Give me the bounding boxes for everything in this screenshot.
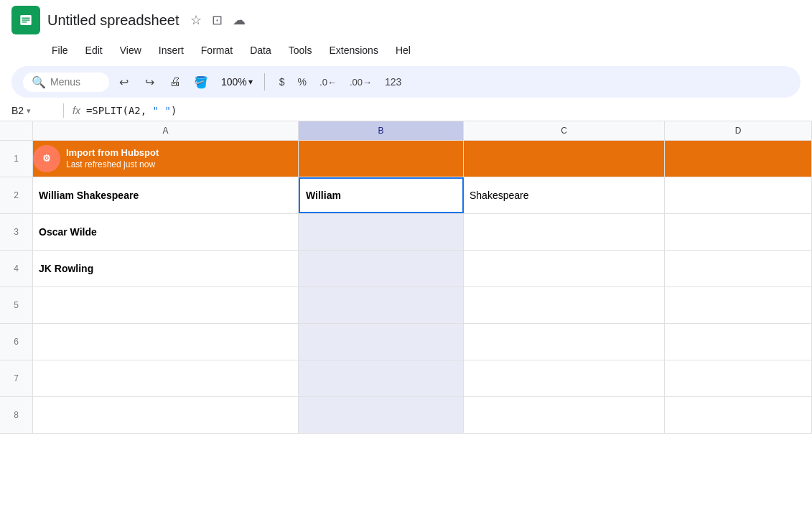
- row1-cell-a[interactable]: ⚙ Import from Hubspot Last refreshed jus…: [33, 141, 299, 177]
- row-num-3: 3: [0, 214, 33, 250]
- menu-tools[interactable]: Tools: [281, 42, 319, 59]
- title-bar: Untitled spreadsheet ☆ ⊡ ☁: [0, 0, 812, 40]
- formula-text: =SPLIT(A2, " "): [86, 105, 177, 116]
- row1-cell-c[interactable]: [464, 141, 665, 177]
- menu-edit[interactable]: Edit: [78, 42, 110, 59]
- cell-ref-value: B2: [11, 105, 24, 116]
- table-row: 4 JK Rowling: [0, 251, 812, 287]
- row2-cell-a[interactable]: William Shakespeare: [33, 177, 299, 213]
- star-icon[interactable]: ☆: [190, 12, 202, 28]
- row2-cell-d[interactable]: [665, 177, 812, 213]
- currency-format-button[interactable]: $: [274, 73, 291, 90]
- row4-cell-a[interactable]: JK Rowling: [33, 251, 299, 286]
- undo-button[interactable]: ↩: [112, 70, 135, 93]
- formula-input[interactable]: =SPLIT(A2, " "): [86, 104, 801, 117]
- row-num-1: 1: [0, 141, 33, 177]
- col-header-a[interactable]: A: [33, 121, 299, 140]
- row6-cell-b[interactable]: [299, 324, 464, 360]
- row-num-6: 6: [0, 324, 33, 360]
- toolbar-separator-1: [264, 73, 265, 90]
- row-num-7: 7: [0, 360, 33, 396]
- row7-cell-d[interactable]: [665, 360, 812, 396]
- app-logo: [11, 6, 40, 34]
- format-123-button[interactable]: 123: [379, 73, 407, 90]
- zoom-control[interactable]: 100% ▾: [215, 73, 258, 90]
- row5-cell-c[interactable]: [464, 287, 665, 323]
- spreadsheet-title: Untitled spreadsheet: [47, 12, 179, 29]
- table-row: 1 ⚙ Import from Hubspot Last refreshed j…: [0, 141, 812, 177]
- row6-cell-c[interactable]: [464, 324, 665, 360]
- menu-data[interactable]: Data: [243, 42, 279, 59]
- row7-cell-b[interactable]: [299, 360, 464, 396]
- col-header-b[interactable]: B: [299, 121, 464, 140]
- row3-cell-a[interactable]: Oscar Wilde: [33, 214, 299, 250]
- title-action-icons: ☆ ⊡ ☁: [190, 12, 246, 28]
- table-row: 5: [0, 287, 812, 324]
- table-row: 7: [0, 360, 812, 397]
- row2-cell-b[interactable]: William: [299, 177, 464, 213]
- format-buttons: $ % .0← .00→ 123: [274, 73, 408, 90]
- menu-view[interactable]: View: [113, 42, 149, 59]
- row1-cell-b[interactable]: [299, 141, 464, 177]
- menu-format[interactable]: Format: [194, 42, 240, 59]
- row-num-4: 4: [0, 251, 33, 286]
- row6-cell-d[interactable]: [665, 324, 812, 360]
- row4-cell-d[interactable]: [665, 251, 812, 286]
- increase-decimal-button[interactable]: .00→: [344, 74, 378, 90]
- decrease-decimal-button[interactable]: .0←: [314, 74, 342, 90]
- zoom-value: 100%: [221, 76, 247, 88]
- folder-move-icon[interactable]: ⊡: [212, 12, 223, 28]
- row4-cell-c[interactable]: [464, 251, 665, 286]
- row8-cell-b[interactable]: [299, 397, 464, 433]
- formula-bar-divider: [63, 103, 64, 118]
- search-menus[interactable]: 🔍 Menus: [23, 73, 109, 92]
- row5-cell-a[interactable]: [33, 287, 299, 323]
- col-header-d[interactable]: D: [665, 121, 812, 140]
- row3-cell-d[interactable]: [665, 214, 812, 250]
- zoom-dropdown-icon: ▾: [248, 77, 253, 87]
- row8-cell-c[interactable]: [464, 397, 665, 433]
- hubspot-logo: ⚙: [33, 145, 60, 172]
- hubspot-import-line1: Import from Hubspot: [66, 147, 159, 159]
- row4-cell-b[interactable]: [299, 251, 464, 286]
- row-num-2: 2: [0, 177, 33, 213]
- column-headers: A B C D: [0, 121, 812, 141]
- svg-text:⚙: ⚙: [42, 154, 51, 164]
- row3-cell-b[interactable]: [299, 214, 464, 250]
- menu-extensions[interactable]: Extensions: [322, 42, 385, 59]
- row7-cell-a[interactable]: [33, 360, 299, 396]
- cell-reference[interactable]: B2 ▾: [11, 105, 55, 116]
- svg-rect-4: [22, 22, 27, 22]
- menu-insert[interactable]: Insert: [151, 42, 191, 59]
- hubspot-import-line2: Last refreshed just now: [66, 159, 159, 171]
- row5-cell-d[interactable]: [665, 287, 812, 323]
- table-row: 6: [0, 324, 812, 360]
- percent-format-button[interactable]: %: [292, 73, 312, 90]
- formula-bar: B2 ▾ fx =SPLIT(A2, " "): [0, 101, 812, 121]
- menu-file[interactable]: File: [45, 42, 75, 59]
- row3-cell-c[interactable]: [464, 214, 665, 250]
- row-num-header-corner: [0, 121, 33, 140]
- table-row: 8: [0, 397, 812, 434]
- row8-cell-d[interactable]: [665, 397, 812, 433]
- col-header-c[interactable]: C: [464, 121, 665, 140]
- menu-help[interactable]: Hel: [388, 42, 418, 59]
- table-row: 2 William Shakespeare William Shakespear…: [0, 177, 812, 214]
- redo-button[interactable]: ↪: [138, 70, 161, 93]
- row6-cell-a[interactable]: [33, 324, 299, 360]
- search-icon: 🔍: [32, 75, 46, 89]
- row7-cell-c[interactable]: [464, 360, 665, 396]
- row1-cell-d[interactable]: [665, 141, 812, 177]
- hubspot-import-text: Import from Hubspot Last refreshed just …: [66, 147, 159, 170]
- menu-bar: File Edit View Insert Format Data Tools …: [0, 40, 812, 63]
- paint-format-button[interactable]: 🪣: [190, 70, 213, 93]
- row5-cell-b[interactable]: [299, 287, 464, 323]
- cloud-icon[interactable]: ☁: [233, 12, 246, 28]
- row-num-8: 8: [0, 397, 33, 433]
- spreadsheet-grid: A B C D 1 ⚙ Import from Hubspot Last ref…: [0, 121, 812, 434]
- svg-rect-2: [22, 18, 29, 19]
- cell-ref-dropdown-icon[interactable]: ▾: [27, 106, 31, 116]
- row2-cell-c[interactable]: Shakespeare: [464, 177, 665, 213]
- row8-cell-a[interactable]: [33, 397, 299, 433]
- print-button[interactable]: 🖨: [164, 70, 187, 93]
